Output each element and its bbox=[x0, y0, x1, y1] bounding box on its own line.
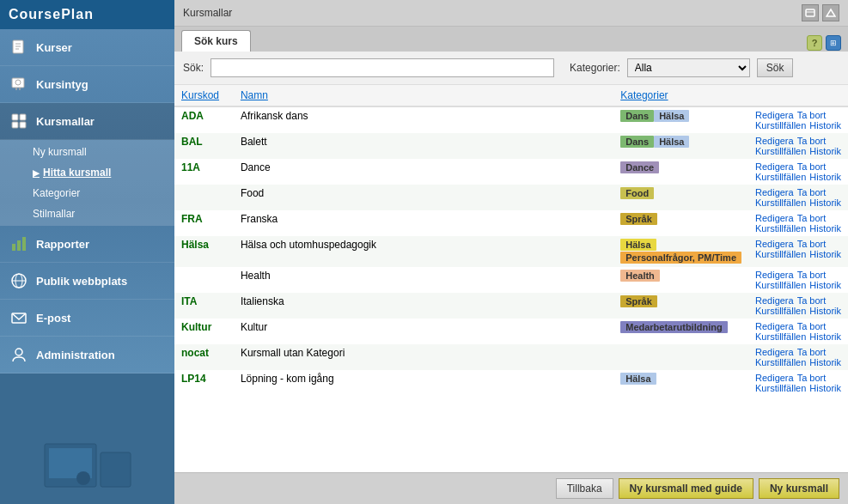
cell-categories: Dance bbox=[613, 159, 748, 185]
sidebar-item-kategorier[interactable]: Kategorier bbox=[0, 183, 174, 203]
cell-name: Balett bbox=[234, 133, 474, 159]
admin-icon bbox=[9, 344, 29, 365]
cell-spacer bbox=[474, 159, 613, 185]
action-ta-bort[interactable]: Ta bort bbox=[797, 270, 827, 280]
action-kurstillfallen[interactable]: Kurstillfällen bbox=[755, 249, 806, 259]
category-badge: Språk bbox=[620, 295, 657, 307]
icon-btn-2[interactable] bbox=[822, 4, 839, 21]
action-redigera[interactable]: Redigera bbox=[755, 110, 794, 120]
action-kurstillfallen[interactable]: Kurstillfällen bbox=[755, 172, 806, 182]
action-historik[interactable]: Historik bbox=[809, 280, 841, 290]
sidebar-item-rapporter[interactable]: Rapporter bbox=[0, 226, 174, 263]
action-redigera[interactable]: Redigera bbox=[755, 347, 794, 357]
template-icon bbox=[9, 111, 29, 131]
action-ta-bort[interactable]: Ta bort bbox=[797, 110, 827, 120]
action-redigera[interactable]: Redigera bbox=[755, 161, 794, 172]
action-redigera[interactable]: Redigera bbox=[755, 136, 794, 146]
sidebar-item-hitta-kursmall[interactable]: ▶ Hitta kursmall bbox=[0, 162, 174, 183]
back-button[interactable]: Tillbaka bbox=[556, 478, 613, 499]
action-historik[interactable]: Historik bbox=[809, 120, 841, 131]
action-ta-bort[interactable]: Ta bort bbox=[797, 373, 827, 383]
action-ta-bort[interactable]: Ta bort bbox=[797, 213, 827, 223]
action-ta-bort[interactable]: Ta bort bbox=[797, 239, 827, 249]
action-redigera[interactable]: Redigera bbox=[755, 373, 794, 383]
action-kurstillfallen[interactable]: Kurstillfällen bbox=[755, 197, 806, 208]
action-historik[interactable]: Historik bbox=[809, 249, 841, 259]
action-kurstillfallen[interactable]: Kurstillfällen bbox=[755, 383, 806, 393]
col-kurskod[interactable]: Kurskod bbox=[174, 85, 234, 106]
action-kurstillfallen[interactable]: Kurstillfällen bbox=[755, 146, 806, 156]
action-kurstillfallen[interactable]: Kurstillfällen bbox=[755, 223, 806, 234]
col-kategorier[interactable]: Kategorier bbox=[613, 85, 748, 106]
icon-btn-1[interactable] bbox=[802, 4, 819, 21]
page-icon-group bbox=[802, 4, 839, 21]
app-logo[interactable]: CoursePlan bbox=[0, 0, 174, 29]
footer: Tillbaka Ny kursmall med guide Ny kursma… bbox=[174, 472, 848, 504]
cell-name: Löpning - kom igång bbox=[234, 370, 474, 396]
action-ta-bort[interactable]: Ta bort bbox=[797, 347, 827, 357]
action-kurstillfallen[interactable]: Kurstillfällen bbox=[755, 120, 806, 131]
cell-categories: DansHälsa bbox=[613, 133, 748, 159]
action-kurstillfallen[interactable]: Kurstillfällen bbox=[755, 357, 806, 367]
action-historik[interactable]: Historik bbox=[809, 146, 841, 156]
cell-code: BAL bbox=[174, 133, 234, 159]
sidebar-item-administration-label: Administration bbox=[36, 349, 115, 361]
action-redigera[interactable]: Redigera bbox=[755, 187, 794, 197]
cell-spacer bbox=[474, 344, 613, 370]
search-label: Sök: bbox=[183, 62, 204, 74]
new-kursmall-button[interactable]: Ny kursmall bbox=[759, 478, 839, 499]
kategorier-label: Kategorier bbox=[33, 187, 80, 199]
action-ta-bort[interactable]: Ta bort bbox=[797, 295, 827, 306]
cell-actions: RedigeraTa bortKurstillfällenHistorik bbox=[748, 236, 848, 267]
action-historik[interactable]: Historik bbox=[809, 331, 841, 342]
action-kurstillfallen[interactable]: Kurstillfällen bbox=[755, 280, 806, 290]
svg-point-19 bbox=[15, 349, 22, 355]
svg-rect-24 bbox=[806, 9, 814, 16]
action-historik[interactable]: Historik bbox=[809, 197, 841, 208]
col-namn[interactable]: Namn bbox=[234, 85, 474, 106]
sidebar-item-kursintyg[interactable]: Kursintyg bbox=[0, 66, 174, 103]
action-kurstillfallen[interactable]: Kurstillfällen bbox=[755, 306, 806, 316]
action-historik[interactable]: Historik bbox=[809, 172, 841, 182]
help-icon[interactable]: ? bbox=[807, 35, 822, 51]
sidebar-item-kursmallar[interactable]: Kursmallar bbox=[0, 103, 174, 140]
action-redigera[interactable]: Redigera bbox=[755, 270, 794, 280]
category-badge: Hälsa bbox=[654, 110, 689, 122]
action-redigera[interactable]: Redigera bbox=[755, 239, 794, 249]
action-ta-bort[interactable]: Ta bort bbox=[797, 161, 827, 172]
action-historik[interactable]: Historik bbox=[809, 223, 841, 234]
kategori-select[interactable]: Alla Dans Hälsa Dance Food Språk Health … bbox=[627, 58, 750, 77]
cell-actions: RedigeraTa bortKurstillfällenHistorik bbox=[748, 185, 848, 210]
action-ta-bort[interactable]: Ta bort bbox=[797, 136, 827, 146]
category-badge: Medarbetarutbildning bbox=[620, 321, 727, 333]
sidebar-item-kurser[interactable]: Kurser bbox=[0, 29, 174, 66]
table-header-row: Kurskod Namn Kategorier bbox=[174, 85, 848, 106]
cell-spacer bbox=[474, 106, 613, 133]
svg-point-23 bbox=[76, 471, 90, 485]
search-input[interactable] bbox=[210, 58, 554, 77]
guide-button[interactable]: Ny kursmall med guide bbox=[619, 478, 753, 499]
tab-sok-kurs[interactable]: Sök kurs bbox=[181, 30, 251, 52]
action-ta-bort[interactable]: Ta bort bbox=[797, 187, 827, 197]
sidebar-item-publik[interactable]: Publik webbplats bbox=[0, 263, 174, 300]
action-historik[interactable]: Historik bbox=[809, 306, 841, 316]
action-kurstillfallen[interactable]: Kurstillfällen bbox=[755, 331, 806, 342]
sidebar-item-epost[interactable]: E-post bbox=[0, 300, 174, 337]
action-ta-bort[interactable]: Ta bort bbox=[797, 321, 827, 331]
action-historik[interactable]: Historik bbox=[809, 357, 841, 367]
search-button[interactable]: Sök bbox=[757, 58, 794, 77]
action-redigera[interactable]: Redigera bbox=[755, 321, 794, 331]
action-historik[interactable]: Historik bbox=[809, 383, 841, 393]
action-redigera[interactable]: Redigera bbox=[755, 213, 794, 223]
cell-name: Italienska bbox=[234, 293, 474, 319]
table-row: ITAItalienskaSpråkRedigeraTa bortKurstil… bbox=[174, 293, 848, 319]
sidebar-item-stilmallar[interactable]: Stilmallar bbox=[0, 203, 174, 224]
action-redigera[interactable]: Redigera bbox=[755, 295, 794, 306]
sidebar-item-ny-kursmall[interactable]: Ny kursmall bbox=[0, 142, 174, 162]
chart-icon bbox=[9, 234, 29, 254]
table-container[interactable]: Kurskod Namn Kategorier ADAAfrikansk dan… bbox=[174, 85, 848, 472]
sidebar-item-administration[interactable]: Administration bbox=[0, 337, 174, 373]
table-row: KulturKulturMedarbetarutbildningRedigera… bbox=[174, 319, 848, 344]
window-icon[interactable]: ⊞ bbox=[826, 35, 841, 51]
svg-rect-14 bbox=[22, 237, 26, 251]
